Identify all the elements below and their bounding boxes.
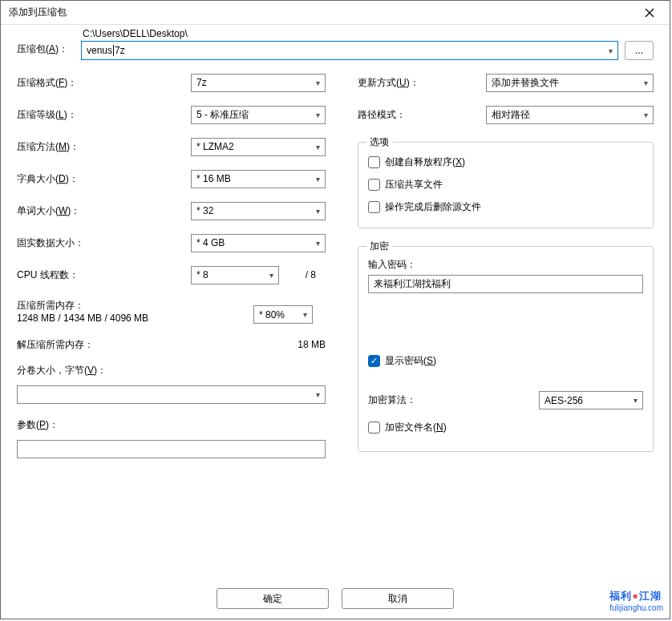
chevron-down-icon: ▾ bbox=[298, 310, 312, 319]
chevron-down-icon[interactable]: ▾ bbox=[603, 46, 617, 55]
threads-max: / 8 bbox=[279, 269, 319, 280]
sfx-checkbox[interactable] bbox=[368, 156, 380, 168]
chevron-down-icon: ▾ bbox=[638, 111, 653, 119]
word-label: 单词大小(W)： bbox=[17, 204, 191, 218]
chevron-down-icon: ▾ bbox=[310, 143, 325, 151]
archive-name-suffix: 7z bbox=[115, 45, 125, 56]
enc-method-label: 加密算法： bbox=[368, 393, 539, 407]
shared-checkbox[interactable] bbox=[368, 179, 380, 191]
level-label: 压缩等级(L)： bbox=[17, 108, 191, 122]
chevron-down-icon: ▾ bbox=[310, 79, 325, 87]
shared-label: 压缩共享文件 bbox=[385, 178, 443, 192]
threads-label: CPU 线程数： bbox=[17, 268, 191, 282]
options-group: 选项 创建自释放程序(X) 压缩共享文件 操作完成后删除源文件 bbox=[358, 142, 654, 228]
archive-name-prefix: venus bbox=[87, 45, 112, 56]
threads-select[interactable]: * 8▾ bbox=[191, 266, 279, 284]
show-password-label: 显示密码(S) bbox=[385, 354, 436, 368]
chevron-down-icon: ▾ bbox=[310, 175, 325, 183]
encryption-group: 加密 输入密码： ✓ 显示密码(S) 加密算法： AES-256▾ 加密文件名(… bbox=[358, 246, 654, 452]
params-input[interactable] bbox=[17, 440, 326, 458]
mem-decompress-label: 解压缩所需内存： bbox=[17, 338, 261, 352]
options-legend: 选项 bbox=[366, 135, 392, 149]
delete-label: 操作完成后删除源文件 bbox=[385, 200, 481, 214]
ok-button[interactable]: 确定 bbox=[217, 588, 329, 609]
window-title: 添加到压缩包 bbox=[9, 6, 638, 19]
encryption-legend: 加密 bbox=[366, 240, 392, 253]
chevron-down-icon: ▾ bbox=[310, 239, 325, 248]
archive-name-combo[interactable]: venus7z ▾ bbox=[81, 41, 618, 60]
method-label: 压缩方法(M)： bbox=[17, 140, 191, 154]
titlebar: 添加到压缩包 bbox=[1, 1, 670, 25]
close-icon bbox=[645, 8, 654, 18]
level-select[interactable]: 5 - 标准压缩▾ bbox=[191, 106, 326, 124]
solid-label: 固实数据大小： bbox=[17, 236, 191, 250]
encrypt-names-label: 加密文件名(N) bbox=[385, 421, 447, 434]
close-button[interactable] bbox=[638, 1, 662, 25]
mem-decompress-value: 18 MB bbox=[261, 339, 326, 350]
enc-method-select[interactable]: AES-256▾ bbox=[539, 391, 643, 409]
dict-select[interactable]: * 16 MB▾ bbox=[191, 170, 326, 188]
pathmode-select[interactable]: 相对路径▾ bbox=[486, 106, 654, 124]
method-select[interactable]: * LZMA2▾ bbox=[191, 138, 326, 156]
chevron-down-icon: ▾ bbox=[638, 79, 653, 87]
encrypt-names-checkbox[interactable] bbox=[368, 421, 380, 433]
dict-label: 字典大小(D)： bbox=[17, 172, 191, 186]
split-select[interactable]: ▾ bbox=[17, 385, 326, 404]
password-input[interactable] bbox=[368, 275, 643, 293]
chevron-down-icon: ▾ bbox=[264, 271, 278, 280]
cancel-button[interactable]: 取消 bbox=[342, 588, 454, 609]
update-label: 更新方式(U)： bbox=[358, 76, 486, 90]
solid-select[interactable]: * 4 GB▾ bbox=[191, 234, 326, 252]
chevron-down-icon: ▾ bbox=[310, 207, 325, 216]
split-label: 分卷大小，字节(V)： bbox=[17, 364, 326, 377]
chevron-down-icon: ▾ bbox=[310, 111, 325, 119]
archive-path: C:\Users\DELL\Desktop\ bbox=[81, 28, 618, 39]
chevron-down-icon: ▾ bbox=[628, 396, 642, 405]
format-select[interactable]: 7z▾ bbox=[191, 74, 326, 92]
params-label: 参数(P)： bbox=[17, 418, 326, 432]
word-select[interactable]: * 32▾ bbox=[191, 202, 326, 220]
mem-compress-label: 压缩所需内存： 1248 MB / 1434 MB / 4096 MB bbox=[17, 299, 253, 324]
password-label: 输入密码： bbox=[368, 258, 643, 272]
archive-label: 压缩包(A)： bbox=[17, 28, 75, 56]
format-label: 压缩格式(F)： bbox=[17, 76, 191, 90]
browse-button[interactable]: ... bbox=[625, 41, 654, 60]
watermark: 福利●江湖 fulijianghu.com bbox=[609, 589, 663, 612]
show-password-checkbox[interactable]: ✓ bbox=[368, 355, 380, 367]
update-select[interactable]: 添加并替换文件▾ bbox=[486, 74, 654, 92]
text-cursor bbox=[113, 45, 114, 56]
sfx-label: 创建自释放程序(X) bbox=[385, 155, 465, 169]
mem-pct-select[interactable]: * 80%▾ bbox=[253, 305, 313, 324]
pathmode-label: 路径模式： bbox=[358, 108, 486, 122]
chevron-down-icon: ▾ bbox=[310, 390, 325, 399]
delete-checkbox[interactable] bbox=[368, 201, 380, 213]
